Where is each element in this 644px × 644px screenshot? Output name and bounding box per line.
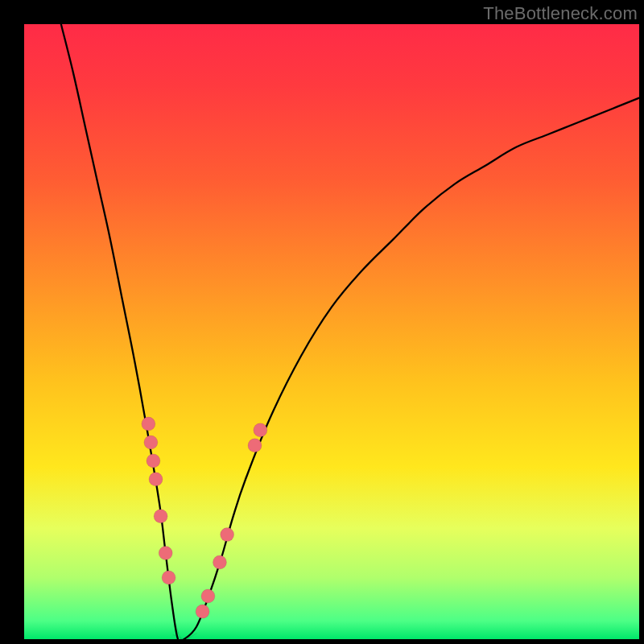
chart-frame: TheBottleneck.com: [0, 0, 644, 644]
marker-pill: [194, 619, 200, 630]
marker-dot: [213, 555, 226, 569]
marker-dot: [142, 417, 155, 431]
marker-dot: [144, 436, 158, 449]
marker-dot: [149, 473, 163, 486]
marker-dot: [147, 454, 160, 468]
bottleneck-curve: [61, 24, 639, 642]
curve-group: [61, 24, 639, 642]
marker-dot: [196, 605, 209, 618]
marker-pill: [173, 635, 194, 644]
marker-dot: [201, 589, 215, 603]
chart-overlay: [24, 24, 639, 639]
marker-dot: [154, 510, 167, 523]
markers-group: [142, 417, 267, 644]
marker-dot: [159, 547, 172, 560]
marker-dot: [221, 528, 234, 542]
marker-dot: [254, 423, 267, 437]
marker-dot: [162, 571, 175, 584]
marker-dot: [248, 439, 262, 452]
watermark-text: TheBottleneck.com: [483, 3, 638, 24]
